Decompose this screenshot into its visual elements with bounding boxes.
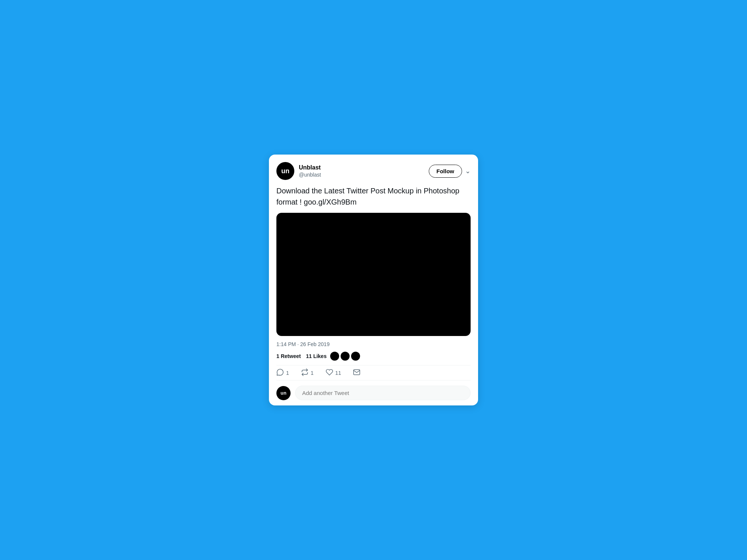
tweet-actions: 1 1 11: [276, 365, 471, 380]
avatar-logo: un: [281, 167, 289, 175]
tweet-card: un Unblast @unblast Follow ⌄ Download th…: [269, 155, 478, 405]
reply-count: 1: [286, 370, 289, 376]
liker-avatar-1: [330, 352, 339, 361]
message-action[interactable]: [353, 368, 360, 377]
tweet-header-left: un Unblast @unblast: [276, 162, 321, 180]
reply-action[interactable]: 1: [276, 368, 289, 377]
reply-icon: [276, 368, 284, 377]
like-icon: [326, 368, 333, 377]
retweet-action[interactable]: 1: [301, 368, 314, 377]
tweet-timestamp: 1:14 PM · 26 Feb 2019: [276, 341, 471, 347]
username: @unblast: [299, 171, 321, 178]
reply-avatar-logo: un: [280, 390, 286, 396]
tweet-header-right: Follow ⌄: [429, 165, 471, 178]
tweet-text: Download the Latest Twitter Post Mockup …: [276, 185, 471, 208]
display-name: Unblast: [299, 164, 321, 172]
avatar: un: [276, 162, 294, 180]
likes-stat: 11 Likes: [303, 353, 326, 359]
mail-icon: [353, 368, 360, 377]
chevron-down-icon[interactable]: ⌄: [465, 167, 471, 175]
reply-avatar: un: [276, 386, 291, 400]
liker-avatar-2: [341, 352, 350, 361]
like-action[interactable]: 11: [326, 368, 341, 377]
liker-avatar-3: [351, 352, 360, 361]
user-info: Unblast @unblast: [299, 164, 321, 178]
retweet-count: 1: [311, 370, 314, 376]
tweet-image: [276, 213, 471, 336]
tweet-reply-box: un: [276, 380, 471, 405]
liked-avatars: [330, 352, 360, 361]
reply-input[interactable]: [295, 386, 471, 400]
tweet-header: un Unblast @unblast Follow ⌄: [276, 162, 471, 180]
like-count: 11: [335, 370, 341, 376]
retweet-icon: [301, 368, 309, 377]
retweet-stat: 1 Retweet: [276, 353, 301, 359]
tweet-stats: 1 Retweet 11 Likes: [276, 352, 471, 365]
follow-button[interactable]: Follow: [429, 165, 462, 178]
